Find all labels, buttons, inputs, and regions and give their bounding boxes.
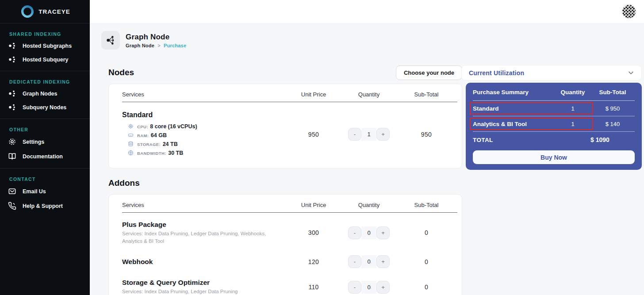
unit-price-value: 950 bbox=[285, 131, 342, 138]
unit-price-value: 110 bbox=[285, 284, 342, 291]
chevron-down-icon bbox=[628, 69, 634, 76]
summary-item-name: Standard bbox=[473, 105, 555, 112]
decrement-button[interactable]: - bbox=[348, 226, 361, 239]
sidebar-item-label: Help & Support bbox=[23, 203, 63, 209]
envelope-icon bbox=[7, 187, 17, 195]
quantity-value: 0 bbox=[361, 281, 376, 294]
table-row: Storage & Query Optimizer Services: Inde… bbox=[109, 273, 462, 295]
quantity-stepper[interactable]: - 0 + bbox=[348, 255, 390, 268]
sidebar-item-help-support[interactable]: Help & Support bbox=[0, 199, 90, 213]
spec-bandwidth: BANDWIDTH: 30 TB bbox=[128, 149, 285, 157]
summary-item-name: Analytics & BI Tool bbox=[473, 121, 555, 127]
brand-logo-row[interactable]: TRACEYE bbox=[0, 0, 90, 23]
decrement-button[interactable]: - bbox=[348, 128, 361, 141]
sidebar-item-documentation[interactable]: Documentation bbox=[0, 149, 90, 164]
traceye-logo-icon bbox=[19, 4, 35, 19]
section-title: CONTACT bbox=[0, 172, 90, 184]
brand-name: TRACEYE bbox=[38, 8, 70, 15]
summary-item-subtotal: $ 950 bbox=[590, 105, 635, 112]
addons-table-header: Services Unit Price Quantity Sub-Total bbox=[122, 202, 457, 213]
nodes-card: Services Unit Price Quantity Sub-Total S… bbox=[108, 84, 462, 169]
summary-total-row: TOTAL $ 1090 bbox=[473, 132, 635, 148]
section-title: OTHER bbox=[0, 123, 90, 134]
summary-title: Purchase Summary bbox=[473, 89, 555, 96]
increment-button[interactable]: + bbox=[376, 281, 390, 294]
nodes-table-header: Services Unit Price Quantity Sub-Total bbox=[122, 91, 457, 102]
sidebar-section-other: OTHER Settings Documentation bbox=[0, 119, 90, 169]
sidebar-item-label: Subquery Nodes bbox=[23, 104, 66, 111]
sidebar-item-settings[interactable]: Settings bbox=[0, 134, 90, 149]
spec-ram: RAM: 64 GB bbox=[128, 131, 285, 139]
col-services: Services bbox=[122, 202, 285, 208]
topbar bbox=[90, 0, 644, 23]
decrement-button[interactable]: - bbox=[348, 255, 361, 268]
main-content: Nodes Choose your node Services Unit Pri… bbox=[108, 65, 462, 295]
sidebar-item-graph-nodes[interactable]: Graph Nodes bbox=[0, 87, 90, 100]
book-icon bbox=[7, 152, 17, 161]
gear-icon bbox=[7, 138, 17, 146]
choose-your-node-button[interactable]: Choose your node bbox=[396, 65, 462, 80]
app-window: TRACEYE SHARED INDEXING Hosted Subgraphs… bbox=[0, 0, 644, 295]
breadcrumb-root[interactable]: Graph Node bbox=[126, 43, 154, 48]
addon-name: Plus Package bbox=[122, 221, 285, 229]
col-services: Services bbox=[122, 91, 285, 98]
graph-dots-icon bbox=[7, 42, 17, 50]
addon-service-cell: Plus Package Services: Index Data Prunin… bbox=[122, 221, 285, 245]
decrement-button[interactable]: - bbox=[348, 281, 361, 294]
col-quantity: Quantity bbox=[342, 202, 395, 208]
section-title: SHARED INDEXING bbox=[0, 27, 90, 39]
summary-sidebar: Current Utilization Purchase Summary Qua… bbox=[461, 65, 642, 170]
current-utilization-dropdown[interactable]: Current Utilization bbox=[461, 65, 642, 80]
quantity-stepper[interactable]: - 1 + bbox=[348, 128, 390, 141]
addons-title: Addons bbox=[108, 178, 140, 188]
summary-col-quantity: Quantity bbox=[555, 89, 590, 96]
ram-icon bbox=[128, 132, 134, 138]
quantity-stepper[interactable]: - 0 + bbox=[348, 226, 390, 239]
addon-name: Webhook bbox=[122, 258, 285, 266]
addon-service-cell: Storage & Query Optimizer Services: Inde… bbox=[122, 279, 285, 295]
graph-dots-icon bbox=[7, 103, 17, 111]
breadcrumb-separator: > bbox=[157, 43, 161, 48]
sidebar-item-hosted-subgraphs[interactable]: Hosted Subgraphs bbox=[0, 39, 90, 53]
col-unit-price: Unit Price bbox=[285, 91, 342, 98]
cpu-icon bbox=[128, 123, 134, 129]
database-icon bbox=[128, 141, 134, 147]
node-name: Standard bbox=[122, 111, 285, 119]
phone-icon bbox=[7, 202, 17, 210]
spec-storage: STORAGE: 24 TB bbox=[128, 140, 285, 148]
breadcrumb: Graph Node > Purchase bbox=[126, 43, 186, 48]
quantity-stepper[interactable]: - 0 + bbox=[348, 281, 390, 294]
user-avatar[interactable] bbox=[621, 4, 636, 19]
sidebar-item-email-us[interactable]: Email Us bbox=[0, 184, 90, 199]
sidebar-item-label: Email Us bbox=[23, 188, 46, 195]
addon-name: Storage & Query Optimizer bbox=[122, 279, 285, 287]
addon-service-cell: Webhook bbox=[122, 258, 285, 266]
increment-button[interactable]: + bbox=[376, 255, 390, 268]
breadcrumb-current: Purchase bbox=[164, 43, 186, 48]
subtotal-value: 950 bbox=[395, 131, 457, 138]
table-row: Webhook 120 - 0 + 0 bbox=[109, 250, 462, 273]
graph-node-icon bbox=[101, 31, 120, 50]
table-row: Plus Package Services: Index Data Prunin… bbox=[109, 215, 462, 250]
addon-description: Services: Index Data Pruning, Ledger Dat… bbox=[122, 230, 285, 245]
addons-card: Services Unit Price Quantity Sub-Total P… bbox=[108, 194, 462, 295]
col-unit-price: Unit Price bbox=[285, 202, 342, 208]
sidebar-item-label: Hosted Subquery bbox=[23, 57, 69, 63]
sidebar-section-shared-indexing: SHARED INDEXING Hosted Subgraphs Hosted … bbox=[0, 23, 90, 71]
summary-item-quantity: 1 bbox=[555, 105, 590, 112]
subtotal-value: 0 bbox=[395, 258, 457, 265]
buy-now-button[interactable]: Buy Now bbox=[473, 150, 635, 164]
sidebar-item-subquery-nodes[interactable]: Subquery Nodes bbox=[0, 100, 90, 114]
summary-item-quantity: 1 bbox=[555, 121, 590, 127]
globe-icon bbox=[128, 150, 134, 156]
purchase-summary-panel: Purchase Summary Quantity Sub-Total Stan… bbox=[466, 83, 642, 170]
sidebar-item-hosted-subquery[interactable]: Hosted Subquery bbox=[0, 53, 90, 66]
col-subtotal: Sub-Total bbox=[395, 91, 457, 98]
addon-description: Services: Index Data Pruning, Ledger Dat… bbox=[122, 288, 285, 295]
increment-button[interactable]: + bbox=[376, 226, 390, 239]
total-label: TOTAL bbox=[473, 137, 590, 143]
summary-header: Purchase Summary Quantity Sub-Total bbox=[473, 84, 635, 101]
nodes-section-head: Nodes Choose your node bbox=[108, 65, 462, 80]
quantity-value: 0 bbox=[361, 255, 376, 268]
increment-button[interactable]: + bbox=[376, 128, 390, 141]
